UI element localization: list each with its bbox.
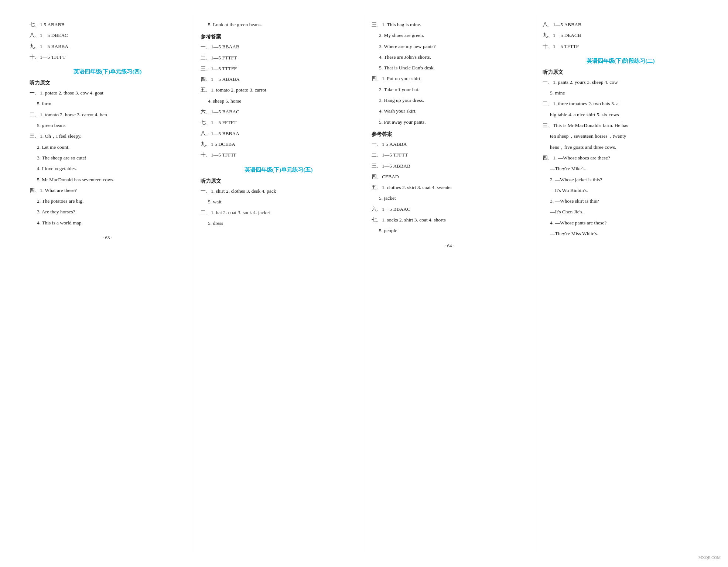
c2-l10: 九、1 5 DCEBA xyxy=(201,140,356,149)
c3-l6: 2. Take off your hat. xyxy=(379,85,527,94)
page-num-right: · 64 · xyxy=(372,243,527,249)
column-4: 八、1—5 ABBAB 九、1—5 DEACB 十、1—5 TFTTF 英语四年… xyxy=(535,15,706,552)
c4-l16: 4. —Whose pants are these? xyxy=(550,219,698,227)
c1-l7: 3. The sheep are so cute! xyxy=(37,154,185,162)
c2-l9: 八、1—5 BBBAA xyxy=(201,129,356,138)
c3-l7: 3. Hang up your dress. xyxy=(379,96,527,105)
c2-l15: 二、1. hat 2. coat 3. sock 4. jacket xyxy=(201,208,356,217)
section-title-4: 英语四年级(下)单元练习(四) xyxy=(30,68,185,75)
c1-l3: 二、1. tomato 2. horse 3. carrot 4. hen xyxy=(30,110,185,119)
c1-l2: 5. farm xyxy=(37,99,185,108)
c1-l5: 三、1. Oh，I feel sleepy. xyxy=(30,132,185,141)
watermark: MXQE.COM xyxy=(698,555,721,560)
c3-l8: 4. Wash your skirt. xyxy=(379,107,527,116)
c4-l8: ten sheep，seventeen horses，twenty xyxy=(550,132,698,141)
c3-l9: 5. Put away your pants. xyxy=(379,118,527,127)
c3-l10: 一、1 5 AABBA xyxy=(372,140,527,149)
c4-l9: hens，five goats and three cows. xyxy=(550,143,698,152)
subsection-tingli-1: 听力原文 xyxy=(30,80,185,86)
c4-l13: —It's Wu Binbin's. xyxy=(550,186,698,195)
c4-l4: 5. mine xyxy=(550,89,698,97)
c4-l12: 2. —Whose jacket is this? xyxy=(550,175,698,184)
subsection-tingli-3: 听力原文 xyxy=(543,69,698,76)
page-num-left: · 63 · xyxy=(30,235,185,241)
c3-l18: 5. people xyxy=(379,226,527,235)
c3-l13: 四、CEBAD xyxy=(372,172,527,181)
c2-l8: 七、1—5 FFTFT xyxy=(201,118,356,127)
line-shi: 十、1—5 TFFFT xyxy=(30,53,185,62)
c4-l1: 九、1—5 DEACB xyxy=(543,31,698,40)
c2-l13: 一、1. shirt 2. clothes 3. desk 4. pack xyxy=(201,187,356,196)
c2-l16: 5. dress xyxy=(208,219,356,228)
c3-l2: 3. Where are my new pants? xyxy=(379,42,527,51)
c2-l4: 四、1—5 ABABA xyxy=(201,75,356,84)
subsection-cankao-2: 参考答案 xyxy=(372,131,527,138)
column-2: 5. Look at the green beans. 参考答案 一、1—5 B… xyxy=(193,15,364,552)
c3-l15: 5. jacket xyxy=(379,194,527,203)
c1-l8: 4. I love vegetables. xyxy=(37,164,185,173)
c4-l3: 一、1. pants 2. yours 3. sheep 4. cow xyxy=(543,78,698,87)
c1-l4: 5. green beans xyxy=(37,121,185,130)
line-jiu: 九、1—5 BABBA xyxy=(30,42,185,51)
section-title-5: 英语四年级(下)单元练习(五) xyxy=(201,166,356,173)
c3-l1: 2. My shoes are green. xyxy=(379,31,527,40)
c1-l13: 4. This is a world map. xyxy=(37,219,185,227)
c2-l7: 六、1—5 BABAC xyxy=(201,107,356,116)
column-3: 三、1. This bag is mine. 2. My shoes are g… xyxy=(364,15,535,552)
c4-l14: 3. —Whose skirt is this? xyxy=(550,197,698,206)
c1-l12: 3. Are they horses? xyxy=(37,207,185,216)
c2-l0: 5. Look at the green beans. xyxy=(208,20,356,29)
c3-l12: 三、1—5 ABBAB xyxy=(372,162,527,171)
c2-l3: 三、1—5 TTTFF xyxy=(201,64,356,73)
column-1: 七、1 5 ABABB 八、1—5 DBEAC 九、1—5 BABBA 十、1—… xyxy=(22,15,193,552)
c2-l2: 二、1—5 FTTFT xyxy=(201,54,356,62)
line-qi: 七、1 5 ABABB xyxy=(30,20,185,29)
c1-l1: 一、1. potato 2. those 3. cow 4. goat xyxy=(30,89,185,97)
c1-l6: 2. Let me count. xyxy=(37,143,185,152)
c1-l11: 2. The potatoes are big. xyxy=(37,197,185,206)
c4-l10: 四、1. —Whose shoes are these? xyxy=(543,154,698,162)
c2-l14: 5. wait xyxy=(208,197,356,206)
subsection-tingli-2: 听力原文 xyxy=(201,178,356,185)
c2-l1: 一、1—5 BBAAB xyxy=(201,42,356,51)
c4-l11: —They're Mike's. xyxy=(550,164,698,173)
c4-l15: —It's Chen Jie's. xyxy=(550,207,698,216)
c3-l0: 三、1. This bag is mine. xyxy=(372,20,527,29)
c4-l17: —They're Miss White's. xyxy=(550,229,698,238)
c2-l11: 十、1—5 TFFTF xyxy=(201,151,356,159)
c4-l7: 三、This is Mr MacDonald's farm. He has xyxy=(543,121,698,130)
c1-l9: 5. Mr MacDonald has seventeen cows. xyxy=(37,175,185,184)
c1-l10: 四、1. What are these? xyxy=(30,186,185,195)
c4-l2: 十、1—5 TFTTF xyxy=(543,42,698,51)
c3-l16: 六、1—5 BBAAC xyxy=(372,205,527,214)
c2-l6: 4. sheep 5. horse xyxy=(208,97,356,106)
c3-l5: 四、1. Put on your shirt. xyxy=(372,74,527,83)
c3-l4: 5. That is Uncle Dan's desk. xyxy=(379,63,527,72)
page-container: 七、1 5 ABABB 八、1—5 DBEAC 九、1—5 BABBA 十、1—… xyxy=(0,0,728,567)
c4-l5: 二、1. three tomatoes 2. two hats 3. a xyxy=(543,99,698,108)
subsection-cankao-1: 参考答案 xyxy=(201,34,356,40)
line-ba: 八、1—5 DBEAC xyxy=(30,31,185,40)
c4-l6: big table 4. a nice shirt 5. six cows xyxy=(550,110,698,119)
c3-l3: 4. These are John's shorts. xyxy=(379,53,527,62)
c2-l5: 五、1. tomato 2. potato 3. carrot xyxy=(201,86,356,94)
c3-l11: 二、1—5 TFFTT xyxy=(372,151,527,159)
c3-l14: 五、1. clothes 2. skirt 3. coat 4. sweater xyxy=(372,183,527,192)
c4-l0: 八、1—5 ABBAB xyxy=(543,20,698,29)
section-title-phase2: 英语四年级(下)阶段练习(二) xyxy=(543,58,698,65)
c3-l17: 七、1. socks 2. shirt 3. coat 4. shorts xyxy=(372,216,527,224)
